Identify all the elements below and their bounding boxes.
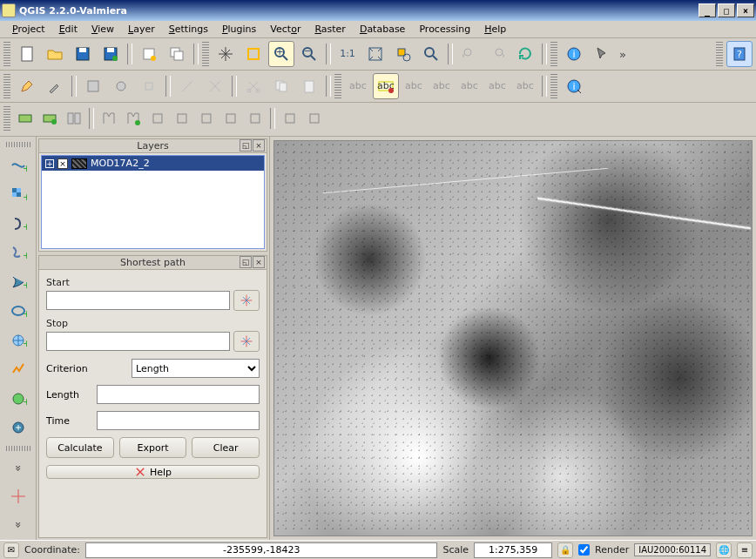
- menu-processing[interactable]: Processing: [412, 22, 477, 37]
- clear-button[interactable]: Clear: [192, 437, 260, 458]
- toolbar-handle[interactable]: [3, 42, 10, 66]
- layers-tree[interactable]: + × MOD17A2_2: [41, 155, 265, 249]
- toolbar-handle[interactable]: [3, 106, 10, 131]
- add-mssql-button[interactable]: +: [5, 269, 31, 294]
- composer-manager-button[interactable]: [164, 41, 190, 67]
- identify-button[interactable]: i: [561, 41, 587, 67]
- menu-plugins[interactable]: Plugins: [215, 22, 263, 37]
- add-csv-button[interactable]: [5, 414, 31, 440]
- mg-tool-6[interactable]: [146, 107, 169, 130]
- panel-close-button[interactable]: ×: [253, 256, 265, 268]
- zoom-last-button[interactable]: [456, 41, 483, 67]
- crs-indicator[interactable]: IAU2000:60114: [634, 543, 711, 556]
- help-button[interactable]: ?: [726, 41, 753, 67]
- mg-tool-7[interactable]: [171, 107, 193, 130]
- menu-layer[interactable]: Layer: [121, 22, 162, 37]
- mg-tool-9[interactable]: [219, 107, 242, 130]
- start-pick-button[interactable]: [233, 290, 260, 311]
- mg-tool-8[interactable]: [195, 107, 218, 130]
- toolbar-handle[interactable]: [550, 42, 557, 66]
- mg-tool-11[interactable]: [279, 107, 301, 130]
- add-postgis-button[interactable]: +: [5, 211, 31, 236]
- add-wms-button[interactable]: +: [5, 327, 31, 353]
- zoom-full-button[interactable]: [362, 41, 388, 67]
- label-abc2-button[interactable]: abc: [373, 73, 399, 99]
- toolbar-handle[interactable]: [6, 142, 30, 147]
- panel-close-button[interactable]: ×: [253, 139, 265, 152]
- scale-input[interactable]: [474, 542, 552, 558]
- time-input[interactable]: [97, 411, 260, 430]
- stop-pick-button[interactable]: [233, 331, 260, 352]
- save-project-button[interactable]: [70, 41, 96, 67]
- add-raster-button[interactable]: +: [5, 181, 31, 206]
- pan-button[interactable]: [213, 41, 239, 67]
- delete-selected-button[interactable]: [202, 73, 228, 99]
- open-project-button[interactable]: [42, 41, 68, 67]
- new-project-button[interactable]: [14, 41, 40, 67]
- panel-undock-button[interactable]: ◱: [240, 139, 252, 152]
- label-abc1-button[interactable]: abc: [345, 73, 371, 99]
- criterion-select[interactable]: Length: [132, 359, 260, 378]
- close-button[interactable]: ×: [737, 3, 754, 17]
- zoom-selection-button[interactable]: [390, 41, 416, 67]
- panel-undock-button[interactable]: ◱: [240, 256, 252, 268]
- copy-button[interactable]: [268, 73, 294, 99]
- zoom-out-button[interactable]: −: [296, 41, 322, 67]
- toolbar-handle[interactable]: [716, 42, 723, 66]
- menu-project[interactable]: Project: [5, 22, 52, 37]
- add-feature-button[interactable]: [108, 73, 134, 99]
- vtoolbar-overflow-1[interactable]: »: [6, 461, 30, 474]
- coordinate-input[interactable]: [85, 542, 437, 558]
- label-abc4-button[interactable]: abc: [429, 73, 455, 99]
- add-spatialite-button[interactable]: +: [5, 239, 31, 265]
- zoom-next-button[interactable]: [484, 41, 510, 67]
- move-feature-button[interactable]: [136, 73, 162, 99]
- mg-tool-10[interactable]: [244, 107, 267, 130]
- crs-button[interactable]: 🌐: [716, 542, 732, 558]
- edit-toggle-button[interactable]: [14, 73, 40, 99]
- expand-icon[interactable]: +: [45, 159, 54, 168]
- mg-tool-5[interactable]: [122, 107, 145, 130]
- paste-button[interactable]: [296, 73, 322, 99]
- label-abc3-button[interactable]: abc: [401, 73, 427, 99]
- identify-info-button[interactable]: i: [561, 73, 587, 99]
- stop-input[interactable]: [46, 332, 230, 351]
- toolbar-handle[interactable]: [202, 42, 209, 66]
- menu-edit[interactable]: Edit: [52, 22, 84, 37]
- mg-tool-2[interactable]: [38, 107, 61, 130]
- maximize-button[interactable]: □: [718, 3, 735, 17]
- add-wcs-button[interactable]: [5, 356, 31, 381]
- toolbar-handle[interactable]: [334, 74, 341, 98]
- save-as-button[interactable]: [98, 41, 124, 67]
- crosshair-button[interactable]: [5, 483, 31, 508]
- vtoolbar-overflow-2[interactable]: »: [6, 518, 30, 530]
- toolbar-overflow[interactable]: »: [617, 42, 629, 66]
- refresh-button[interactable]: [512, 41, 538, 67]
- menu-vector[interactable]: Vector: [263, 22, 307, 37]
- toolbar-handle[interactable]: [6, 446, 30, 451]
- start-input[interactable]: [46, 291, 230, 310]
- menu-view[interactable]: View: [84, 22, 121, 37]
- add-wfs-button[interactable]: +: [5, 386, 31, 411]
- menu-raster[interactable]: Raster: [307, 22, 352, 37]
- menu-help[interactable]: Help: [477, 22, 513, 37]
- cut-button[interactable]: [240, 73, 267, 99]
- render-checkbox[interactable]: [578, 544, 590, 556]
- pan-selection-button[interactable]: [240, 41, 267, 67]
- mg-tool-1[interactable]: [14, 107, 37, 130]
- toolbar-handle[interactable]: [550, 74, 557, 98]
- mg-tool-3[interactable]: [63, 107, 85, 130]
- messages-button[interactable]: ✉: [3, 542, 19, 558]
- calculate-button[interactable]: Calculate: [46, 437, 114, 458]
- length-input[interactable]: [97, 385, 260, 404]
- new-composer-button[interactable]: [136, 41, 162, 67]
- label-abc6-button[interactable]: abc: [484, 73, 510, 99]
- layer-visibility-checkbox[interactable]: ×: [57, 158, 68, 169]
- add-oracle-button[interactable]: +: [5, 298, 31, 323]
- menu-database[interactable]: Database: [353, 22, 413, 37]
- zoom-native-button[interactable]: 1:1: [334, 41, 361, 67]
- minimize-button[interactable]: _: [699, 3, 716, 17]
- zoom-layer-button[interactable]: [418, 41, 444, 67]
- mg-tool-12[interactable]: [303, 107, 326, 130]
- node-tool-button[interactable]: [174, 73, 200, 99]
